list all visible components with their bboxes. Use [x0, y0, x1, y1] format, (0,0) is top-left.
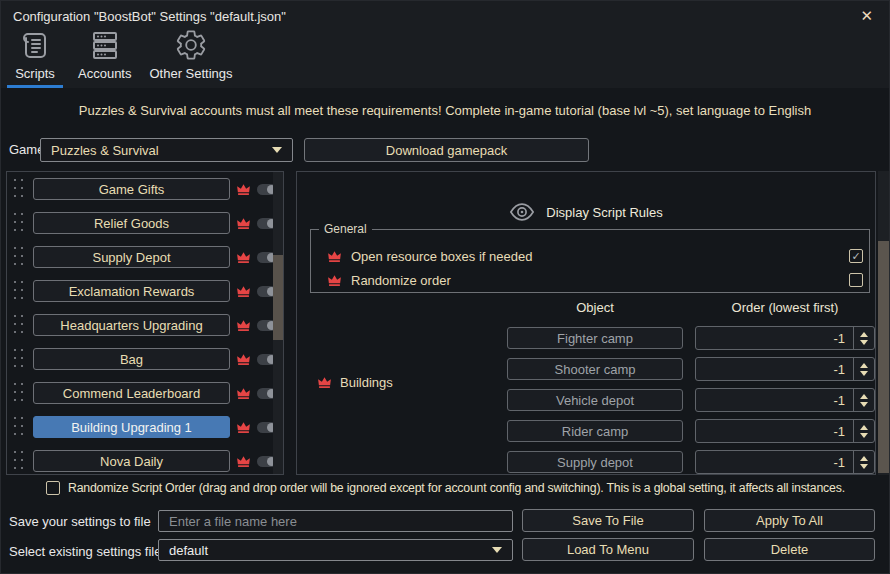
apply-to-all-button[interactable]: Apply To All [704, 509, 875, 532]
script-list-scrollbar[interactable] [273, 172, 283, 474]
script-button[interactable]: Relief Goods [33, 212, 230, 234]
order-spinbox[interactable]: -1 [695, 326, 875, 350]
drag-handle-icon[interactable] [14, 315, 25, 335]
script-list: Game Gifts Relief Goods Supply Depot Exc… [6, 171, 284, 475]
app-window: Configuration "BoostBot" Settings "defau… [0, 0, 890, 574]
tab-scripts[interactable]: Scripts [7, 31, 63, 88]
download-gamepack-button[interactable]: Download gamepack [304, 138, 589, 162]
scrollbar-thumb[interactable] [273, 255, 283, 340]
drag-handle-icon[interactable] [14, 179, 25, 199]
crown-icon [236, 284, 251, 299]
drag-handle-icon[interactable] [14, 213, 25, 233]
crown-icon [236, 250, 251, 265]
save-to-file-button[interactable]: Save To File [522, 509, 694, 532]
column-header-object: Object [507, 300, 683, 315]
game-dropdown-value: Puzzles & Survival [51, 143, 159, 158]
tab-bar: Scripts Accounts [1, 31, 889, 88]
spin-down-icon[interactable] [860, 464, 868, 469]
building-object-button[interactable]: Supply depot [507, 451, 683, 473]
tab-label: Other Settings [149, 66, 232, 81]
spinner-buttons[interactable] [853, 451, 874, 473]
tab-other-settings[interactable]: Other Settings [146, 31, 235, 88]
spin-down-icon[interactable] [860, 340, 868, 345]
open-resource-boxes-checkbox[interactable]: ✓ [849, 249, 863, 263]
script-list-items: Game Gifts Relief Goods Supply Depot Exc… [7, 172, 283, 475]
spinner-buttons[interactable] [853, 420, 874, 442]
script-list-item: Building Upgrading 1 [7, 410, 283, 444]
window-title: Configuration "BoostBot" Settings "defau… [13, 9, 286, 24]
building-object-button[interactable]: Vehicle depot [507, 389, 683, 411]
order-spinbox[interactable]: -1 [695, 388, 875, 412]
spin-up-icon[interactable] [860, 456, 868, 461]
crown-icon [236, 386, 251, 401]
crown-icon [236, 318, 251, 333]
script-button[interactable]: Nova Daily [33, 450, 230, 472]
building-rows: Fighter camp -1 Shooter camp -1 Vehicle … [507, 326, 875, 474]
general-option-row: Randomize order ✓ [321, 270, 863, 290]
spinner-buttons[interactable] [853, 389, 874, 411]
rules-panel-scrollbar[interactable] [878, 171, 890, 475]
randomize-order-checkbox[interactable]: ✓ [849, 273, 863, 287]
spin-up-icon[interactable] [860, 332, 868, 337]
scrollbar-thumb[interactable] [878, 241, 890, 473]
settings-file-dropdown[interactable]: default [158, 539, 513, 561]
column-header-order: Order (lowest first) [695, 300, 875, 315]
spin-up-icon[interactable] [860, 394, 868, 399]
building-row: Vehicle depot -1 [507, 388, 875, 412]
randomize-script-order-checkbox[interactable]: ✓ [46, 481, 60, 495]
building-object-button[interactable]: Rider camp [507, 420, 683, 442]
crown-icon [236, 420, 251, 435]
delete-button[interactable]: Delete [704, 538, 875, 561]
spinner-buttons[interactable] [853, 358, 874, 380]
drag-handle-icon[interactable] [14, 383, 25, 403]
script-button[interactable]: Exclamation Rewards [33, 280, 230, 302]
select-settings-label: Select existing settings file [9, 544, 161, 559]
crown-icon [236, 216, 251, 231]
tab-label: Accounts [78, 66, 131, 81]
chevron-down-icon [272, 147, 282, 153]
option-label: Randomize order [351, 273, 451, 288]
servers-icon [88, 28, 122, 62]
script-button[interactable]: Commend Leaderboard [33, 382, 230, 404]
order-spinbox[interactable]: -1 [695, 450, 875, 474]
spinner-buttons[interactable] [853, 327, 874, 349]
script-button[interactable]: Game Gifts [33, 178, 230, 200]
drag-handle-icon[interactable] [14, 281, 25, 301]
tab-accounts[interactable]: Accounts [75, 31, 134, 88]
script-button[interactable]: Headquarters Upgrading [33, 314, 230, 336]
order-spinbox[interactable]: -1 [695, 357, 875, 381]
general-groupbox: General Open resource boxes if needed ✓ … [310, 229, 870, 293]
order-value: -1 [696, 327, 853, 349]
drag-handle-icon[interactable] [14, 349, 25, 369]
building-object-button[interactable]: Shooter camp [507, 358, 683, 380]
buildings-label-text: Buildings [340, 375, 393, 390]
spin-down-icon[interactable] [860, 371, 868, 376]
drag-handle-icon[interactable] [14, 417, 25, 437]
script-button[interactable]: Supply Depot [33, 246, 230, 268]
script-list-item: Bag [7, 342, 283, 376]
spin-up-icon[interactable] [860, 363, 868, 368]
drag-handle-icon[interactable] [14, 451, 25, 471]
order-value: -1 [696, 420, 853, 442]
building-object-button[interactable]: Fighter camp [507, 327, 683, 349]
crown-icon [236, 352, 251, 367]
general-groupbox-title: General [319, 222, 372, 236]
randomize-script-order-row: ✓ Randomize Script Order (drag and drop … [46, 481, 845, 495]
close-icon[interactable]: ✕ [856, 7, 877, 25]
game-dropdown[interactable]: Puzzles & Survival [40, 138, 293, 162]
drag-handle-icon[interactable] [14, 247, 25, 267]
file-name-input[interactable] [158, 510, 513, 532]
rules-header[interactable]: Display Script Rules [297, 199, 875, 225]
script-button[interactable]: Bag [33, 348, 230, 370]
spin-down-icon[interactable] [860, 402, 868, 407]
check-icon: ✓ [851, 251, 860, 262]
crown-icon [327, 249, 342, 264]
spin-up-icon[interactable] [860, 425, 868, 430]
chevron-down-icon [492, 547, 502, 553]
spin-down-icon[interactable] [860, 433, 868, 438]
script-button[interactable]: Building Upgrading 1 [33, 416, 230, 438]
script-list-item: Commend Leaderboard [7, 376, 283, 410]
scroll-icon [18, 28, 52, 62]
load-to-menu-button[interactable]: Load To Menu [522, 538, 694, 561]
order-spinbox[interactable]: -1 [695, 419, 875, 443]
